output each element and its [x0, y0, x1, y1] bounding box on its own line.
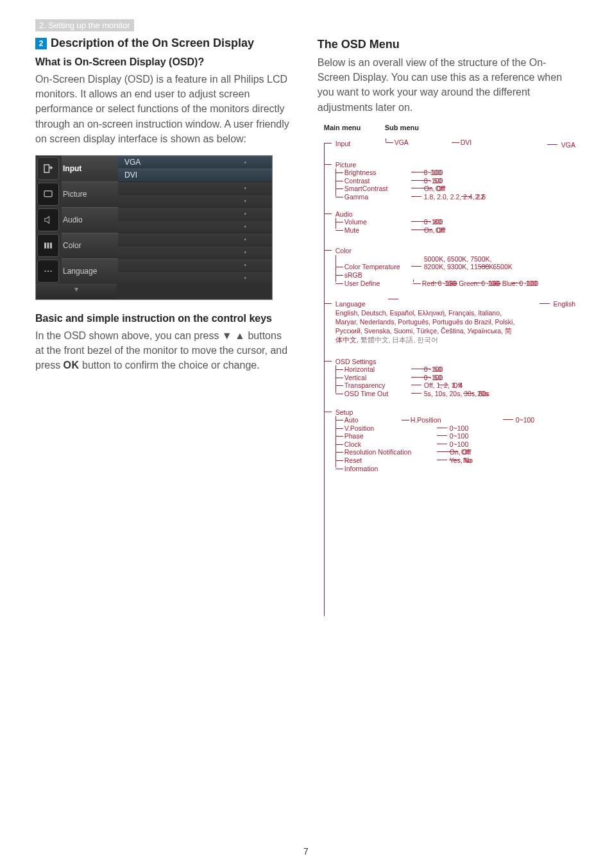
svg-point-6 — [50, 271, 51, 272]
tree-color: Color Color Temperature5000K, 6500K, 750… — [324, 246, 577, 287]
input-icon — [37, 157, 59, 180]
tree-setup: Setup Auto H.Position0~100 V.Position0~1… — [324, 407, 577, 473]
svg-rect-3 — [50, 242, 52, 248]
osd-option-dvi: DVI — [118, 169, 272, 181]
language-icon — [37, 260, 59, 283]
section-title-text: Description of the On Screen Display — [51, 37, 254, 50]
tree-column-headers: Main menuSub menu — [324, 124, 577, 132]
osd-menu-color: Color — [62, 233, 118, 258]
page-number: 7 — [0, 846, 612, 856]
osd-menu-intro: Below is an overall view of the structur… — [318, 55, 577, 115]
svg-rect-1 — [44, 242, 46, 248]
tree-osd-settings: OSD Settings Horizontal0~10050 Vertical0… — [324, 356, 577, 398]
color-icon — [37, 234, 59, 257]
osd-tree-diagram: Main menuSub menu Input VGA DVI VGA Pict… — [318, 124, 577, 473]
tree-input: Input VGA DVI VGA — [324, 138, 577, 148]
section-heading: 2 Description of the On Screen Display — [35, 37, 292, 50]
osd-screenshot-mock: Input VGA• DVI Picture •• Audio •• Color… — [35, 155, 273, 300]
svg-rect-0 — [44, 191, 52, 197]
osd-menu-language: Language — [62, 258, 118, 284]
svg-point-4 — [44, 271, 46, 272]
right-column: The OSD Menu Below is an overall view of… — [318, 37, 577, 480]
subheading-basic-instruction: Basic and simple instruction on the cont… — [35, 313, 292, 324]
osd-description-paragraph: On-Screen Display (OSD) is a feature in … — [35, 72, 292, 146]
subheading-what-is: What is On-Screen Display (OSD)? — [35, 56, 292, 68]
osd-menu-input: Input — [62, 156, 118, 181]
osd-option-vga: VGA• — [118, 156, 272, 169]
svg-rect-2 — [47, 242, 49, 248]
left-column: 2 Description of the On Screen Display W… — [35, 37, 292, 480]
tree-picture: Picture Brightness0~100100 Contrast0~100… — [324, 160, 577, 201]
audio-icon — [37, 208, 59, 231]
osd-menu-picture: Picture — [62, 181, 118, 207]
ok-button-text: OK — [64, 360, 80, 371]
osd-menu-heading: The OSD Menu — [318, 38, 577, 51]
chapter-header: 2. Setting up the monitor — [35, 19, 134, 31]
step-badge: 2 — [35, 38, 47, 49]
svg-point-5 — [47, 271, 49, 272]
picture-icon — [37, 183, 59, 206]
tree-language: Language English, Deutsch, Español, Ελλη… — [324, 299, 577, 344]
control-keys-paragraph: In the OSD shown above, you can press ▼ … — [35, 328, 292, 373]
osd-down-arrow: ▾ — [36, 284, 117, 299]
tree-audio: Audio Volume0~10080 MuteOn, OffOff — [324, 209, 577, 235]
osd-menu-audio: Audio — [62, 207, 118, 233]
